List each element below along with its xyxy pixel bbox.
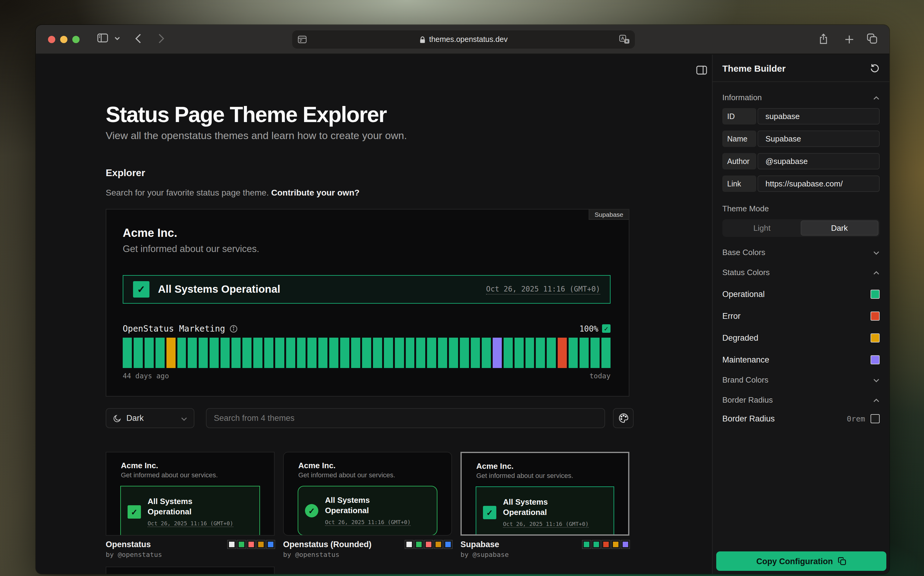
mode-dark-button[interactable]: Dark — [801, 221, 878, 236]
mode-light-button[interactable]: Light — [724, 221, 801, 236]
theme-card[interactable]: Acme Inc. Get informed about our service… — [461, 452, 629, 536]
tracker-bar-operational[interactable] — [514, 338, 524, 368]
tracker-bar-operational[interactable] — [591, 338, 600, 368]
author-field[interactable]: @supabase — [757, 153, 880, 170]
explorer-description: Search for your favorite status page the… — [106, 188, 360, 197]
tracker-bar-operational[interactable] — [123, 338, 132, 368]
mini-check-icon: ✓ — [128, 505, 141, 518]
theme-name-badge: Supabase — [588, 210, 629, 220]
tracker-bar-operational[interactable] — [297, 338, 306, 368]
tracker-bar-operational[interactable] — [134, 338, 143, 368]
lock-icon — [420, 35, 426, 43]
tracker-bar-degraded[interactable] — [166, 338, 175, 368]
theme-color-swatch — [612, 541, 620, 548]
search-input[interactable] — [206, 408, 605, 428]
error-color-picker[interactable] — [871, 312, 880, 321]
section-brand-colors[interactable]: Brand Colors — [722, 375, 880, 384]
tracker-bar-operational[interactable] — [482, 338, 491, 368]
tracker-bar-operational[interactable] — [155, 338, 164, 368]
minimize-window-button[interactable] — [60, 36, 67, 43]
tracker-bar-operational[interactable] — [188, 338, 197, 368]
tracker-bar-operational[interactable] — [601, 338, 610, 368]
tracker-bar-operational[interactable] — [351, 338, 360, 368]
tracker-bar-operational[interactable] — [405, 338, 415, 368]
theme-card[interactable]: Acme Inc. Get informed about our service… — [283, 452, 452, 536]
tracker-bar-operational[interactable] — [580, 338, 589, 368]
panel-right-toggle-icon[interactable] — [696, 66, 707, 77]
close-window-button[interactable] — [48, 36, 55, 43]
tracker-bar-operational[interactable] — [253, 338, 263, 368]
new-tab-icon[interactable] — [844, 35, 854, 44]
share-icon[interactable] — [819, 34, 828, 44]
tab-overview-icon[interactable] — [867, 34, 877, 44]
tracker-bar-operational[interactable] — [438, 338, 447, 368]
section-border-radius[interactable]: Border Radius — [722, 395, 880, 405]
tracker-bar-operational[interactable] — [416, 338, 426, 368]
tracker-bar-operational[interactable] — [177, 338, 186, 368]
tracker-bar-operational[interactable] — [373, 338, 382, 368]
reset-theme-icon[interactable] — [870, 63, 880, 73]
tracker-bar-operational[interactable] — [471, 338, 480, 368]
border-radius-picker[interactable] — [871, 414, 880, 423]
zoom-window-button[interactable] — [72, 36, 80, 43]
uptime-check-icon[interactable]: ✓ — [602, 324, 610, 333]
tracker-bar-operational[interactable] — [428, 338, 437, 368]
theme-name[interactable]: Openstatus (Rounded) — [283, 540, 372, 549]
tracker-bar-operational[interactable] — [536, 338, 545, 368]
tracker-bar-operational[interactable] — [264, 338, 273, 368]
maintenance-color-picker[interactable] — [871, 355, 880, 364]
contribute-link[interactable]: Contribute your own? — [271, 188, 360, 197]
tracker-bar-operational[interactable] — [384, 338, 393, 368]
section-information[interactable]: Information — [722, 93, 880, 102]
tracker-bar-operational[interactable] — [329, 338, 338, 368]
color-label: Error — [722, 312, 741, 321]
tracker-bar-operational[interactable] — [144, 338, 154, 368]
reader-view-icon[interactable] — [298, 35, 307, 46]
copy-configuration-button[interactable]: Copy Configuration — [716, 551, 886, 571]
tracker-bar-operational[interactable] — [242, 338, 251, 368]
operational-color-picker[interactable] — [871, 290, 880, 299]
translate-icon[interactable]: A ★ — [619, 35, 630, 47]
status-timestamp[interactable]: Oct 26, 2025 11:16 (GMT+0) — [486, 285, 600, 294]
tracker-bar-operational[interactable] — [525, 338, 534, 368]
tracker-bar-operational[interactable] — [286, 338, 295, 368]
tracker-bar-operational[interactable] — [210, 338, 219, 368]
tracker-bar-operational[interactable] — [340, 338, 349, 368]
tracker-bar-operational[interactable] — [449, 338, 458, 368]
degraded-color-picker[interactable] — [871, 333, 880, 342]
back-button[interactable] — [135, 34, 141, 44]
forward-button[interactable] — [158, 34, 165, 44]
tracker-bar-maintenance[interactable] — [493, 338, 502, 368]
address-bar[interactable]: themes.openstatus.dev A ★ — [292, 30, 635, 49]
theme-name[interactable]: Openstatus — [106, 540, 151, 549]
tracker-bar-operational[interactable] — [319, 338, 328, 368]
theme-card-partial[interactable]: Acme Inc. Get informed about our service… — [106, 566, 275, 574]
theme-mode-select[interactable]: Dark — [106, 408, 194, 428]
tracker-bar-error[interactable] — [558, 338, 567, 368]
section-status-colors[interactable]: Status Colors — [722, 268, 880, 277]
mini-status-banner: ✓ All Systems Operational Oct 26, 2025 1… — [476, 486, 614, 536]
tracker-bar-operational[interactable] — [503, 338, 512, 368]
theme-color-swatch — [444, 541, 452, 548]
tracker-bar-operational[interactable] — [275, 338, 284, 368]
tracker-bar-operational[interactable] — [221, 338, 230, 368]
tracker-bar-operational[interactable] — [460, 338, 469, 368]
tracker-bar-operational[interactable] — [395, 338, 404, 368]
theme-name[interactable]: Supabase — [461, 540, 500, 549]
sidebar-menu-chevron-icon[interactable] — [114, 37, 120, 41]
link-field[interactable]: https://supabase.com/ — [757, 176, 880, 192]
tracker-bar-operational[interactable] — [362, 338, 371, 368]
palette-button[interactable] — [613, 408, 634, 428]
tracker-bar-operational[interactable] — [231, 338, 240, 368]
tracker-bar-operational[interactable] — [199, 338, 208, 368]
tracker-bar-operational[interactable] — [547, 338, 556, 368]
sidebar-toggle-icon[interactable] — [97, 34, 108, 43]
tracker-bar-operational[interactable] — [568, 338, 578, 368]
border-radius-label: Border Radius — [722, 414, 775, 423]
info-icon[interactable] — [229, 325, 237, 333]
id-field[interactable]: supabase — [757, 108, 880, 125]
theme-card[interactable]: Acme Inc. Get informed about our service… — [106, 452, 275, 536]
section-base-colors[interactable]: Base Colors — [722, 248, 880, 257]
tracker-bar-operational[interactable] — [308, 338, 317, 368]
name-field[interactable]: Supabase — [757, 131, 880, 147]
